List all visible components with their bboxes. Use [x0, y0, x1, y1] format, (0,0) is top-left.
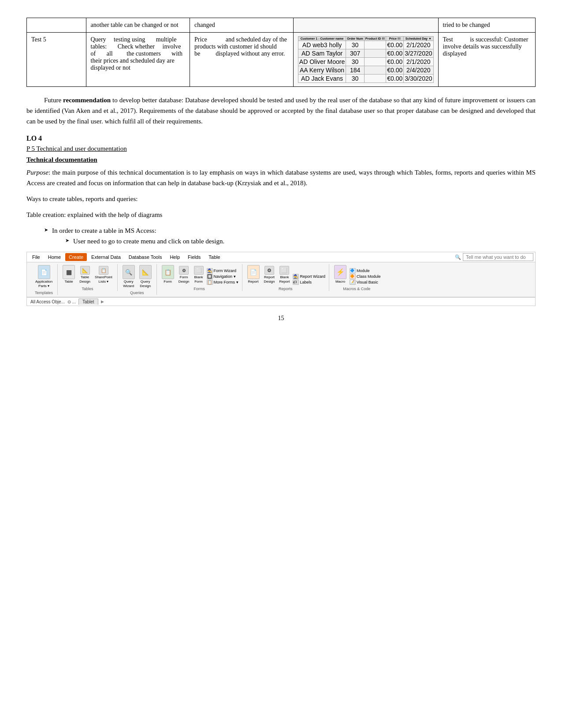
query-wizard-button[interactable]: 🔍 QueryWizard — [121, 264, 136, 289]
tab-fields[interactable]: Fields — [184, 253, 204, 261]
form-wizard-icon: 🧙 — [207, 268, 213, 273]
sub-bullet-text: User need to go to create menu and click… — [73, 238, 224, 245]
sharepoint-lists-button[interactable]: 📋 SharePointLists ▾ — [93, 265, 114, 284]
module-label: Module — [357, 269, 370, 273]
navigation-item[interactable]: 🔲 Navigation ▾ — [207, 274, 238, 279]
module-item[interactable]: 🔷 Module — [350, 268, 381, 273]
tab-arrow-right: ▶ — [101, 299, 104, 304]
more-forms-label: More Forms ▾ — [214, 280, 238, 284]
ribbon-search-area: 🔍 — [455, 253, 533, 261]
cell-text: Test is successful: Customer involve det… — [443, 36, 529, 57]
application-parts-icon: 📄 — [38, 265, 50, 279]
ribbon-group-forms: 📋 Form ⚙ FormDesign ⬜ BlankForm 🧙 Form W… — [157, 264, 242, 291]
labels-label: Labels — [300, 280, 312, 284]
bullet-text: In order to create a table in MS Access: — [52, 227, 156, 234]
module-icon: 🔷 — [350, 268, 356, 273]
blank-report-icon: ⬜ — [279, 266, 289, 275]
tech-doc-heading: Technical documentation — [26, 156, 536, 164]
tab-database-tools[interactable]: Database Tools — [125, 253, 166, 261]
tab-external-data[interactable]: External Data — [88, 253, 124, 261]
ways-heading: Ways to create tables, reports and queri… — [26, 194, 536, 204]
test-table: another table can be changed or not chan… — [26, 18, 536, 87]
reports-items: 📄 Report ⚙ ReportDesign ⬜ BlankReport 🧙 … — [246, 264, 325, 285]
reports-group-label: Reports — [279, 287, 293, 291]
cell-text: Price and scheduled day of the products … — [194, 36, 287, 57]
form-design-button[interactable]: ⚙ FormDesign — [177, 265, 191, 284]
form-icon: 📋 — [162, 265, 174, 279]
report-button[interactable]: 📄 Report — [246, 264, 261, 285]
sub-bullet-list: User need to go to create menu and click… — [65, 236, 536, 246]
tab-help[interactable]: Help — [166, 253, 183, 261]
blank-form-icon: ⬜ — [194, 266, 204, 275]
forms-items: 📋 Form ⚙ FormDesign ⬜ BlankForm 🧙 Form W… — [160, 264, 238, 285]
ribbon-search-input[interactable] — [463, 253, 533, 261]
tablet-tab[interactable]: Tablet — [78, 299, 98, 305]
form-button[interactable]: 📋 Form — [160, 264, 175, 285]
reports-side-column: 🧙 Report Wizard 🏷 Labels — [293, 274, 325, 285]
blank-report-button[interactable]: ⬜ BlankReport — [278, 265, 291, 284]
templates-items: 📄 ApplicationParts ▾ — [34, 264, 54, 289]
main-bullet-list: In order to create a table in MS Access:… — [44, 225, 536, 246]
tab-file[interactable]: File — [29, 253, 44, 261]
table-design-label: TableDesign — [79, 275, 90, 284]
form-wizard-item[interactable]: 🧙 Form Wizard — [207, 268, 238, 273]
table-design-icon: 📐 — [80, 266, 90, 275]
mini-col-header: Product ID !!! — [364, 37, 386, 41]
queries-items: 🔍 QueryWizard 📐 QueryDesign — [121, 264, 153, 289]
table-cell-result: tried to be changed — [438, 18, 535, 33]
macro-label: Macro — [335, 280, 345, 284]
table-cell-test-expected: Price and scheduled day of the products … — [190, 33, 294, 87]
cell-text: another table can be changed or not — [91, 22, 179, 28]
lo4-heading: LO 4 — [26, 134, 536, 142]
tab-table[interactable]: Table — [205, 253, 223, 261]
p5-heading: P 5 Technical and user documentation — [26, 145, 536, 153]
templates-group-label: Templates — [35, 291, 53, 295]
form-label: Form — [164, 280, 172, 284]
cell-text: Query testing using multiple tables: Che… — [91, 36, 182, 71]
query-design-label: QueryDesign — [140, 280, 151, 288]
navigation-icon: 🔲 — [207, 274, 213, 279]
table-row-test5: Test 5 Query testing using multiple tabl… — [27, 33, 536, 87]
ribbon-statusbar: All Access Obje... ⊙ ... Tablet ▶ — [27, 297, 535, 306]
report-wizard-icon: 🧙 — [293, 274, 299, 279]
query-design-button[interactable]: 📐 QueryDesign — [138, 264, 153, 289]
class-module-item[interactable]: 🔶 Class Module — [350, 274, 381, 279]
macros-group-label: Macros & Code — [343, 287, 370, 291]
application-parts-button[interactable]: 📄 ApplicationParts ▾ — [34, 264, 54, 289]
mini-table-row: AD Oliver Moore30€0.002/1/2020 — [298, 58, 433, 66]
labels-item[interactable]: 🏷 Labels — [293, 280, 325, 285]
macro-button[interactable]: ⚡ Macro — [333, 264, 348, 285]
form-design-label: FormDesign — [179, 275, 190, 284]
mini-table-row: AD web3 holly30€0.002/1/2020 — [298, 41, 433, 49]
bullet-item-1: In order to create a table in MS Access:… — [44, 225, 536, 246]
forms-side-column: 🧙 Form Wizard 🔲 Navigation ▾ 📋 More Form… — [207, 268, 238, 285]
statusbar-text: All Access Obje... — [30, 299, 65, 304]
visual-basic-item[interactable]: 📝 Visual Basic — [350, 280, 381, 285]
class-module-icon: 🔶 — [350, 274, 356, 279]
report-design-label: ReportDesign — [264, 275, 275, 284]
query-wizard-label: QueryWizard — [123, 280, 134, 288]
mini-col-header: Price !!! — [386, 37, 404, 41]
ribbon-group-templates: 📄 ApplicationParts ▾ Templates — [30, 264, 58, 295]
blank-form-button[interactable]: ⬜ BlankForm — [193, 265, 205, 284]
report-design-button[interactable]: ⚙ ReportDesign — [263, 265, 276, 284]
blank-report-label: BlankReport — [279, 275, 290, 284]
ribbon-group-macros: ⚡ Macro 🔷 Module 🔶 Class Module 📝 Visual… — [329, 264, 384, 291]
mini-col-header: Customer 1 - Customer name — [298, 37, 346, 41]
macro-icon: ⚡ — [334, 265, 346, 279]
macros-items: ⚡ Macro 🔷 Module 🔶 Class Module 📝 Visual… — [333, 264, 381, 285]
tab-create[interactable]: Create — [65, 253, 87, 261]
labels-icon: 🏷 — [293, 280, 299, 285]
table-design-button[interactable]: 📐 TableDesign — [78, 265, 92, 284]
ribbon-group-queries: 🔍 QueryWizard 📐 QueryDesign Queries — [118, 264, 157, 295]
report-wizard-item[interactable]: 🧙 Report Wizard — [293, 274, 325, 279]
visual-basic-icon: 📝 — [350, 280, 356, 285]
sharepoint-label: SharePointLists ▾ — [95, 275, 112, 284]
ribbon-group-tables: ▦ Table 📐 TableDesign 📋 SharePointLists … — [58, 264, 118, 291]
tab-home[interactable]: Home — [45, 253, 64, 261]
table-cell-query: another table can be changed or not — [86, 18, 190, 33]
visual-basic-label: Visual Basic — [357, 280, 378, 284]
table-button[interactable]: ▦ Table — [61, 264, 76, 285]
more-forms-item[interactable]: 📋 More Forms ▾ — [207, 280, 238, 285]
purpose-label: Purpose — [26, 169, 48, 176]
